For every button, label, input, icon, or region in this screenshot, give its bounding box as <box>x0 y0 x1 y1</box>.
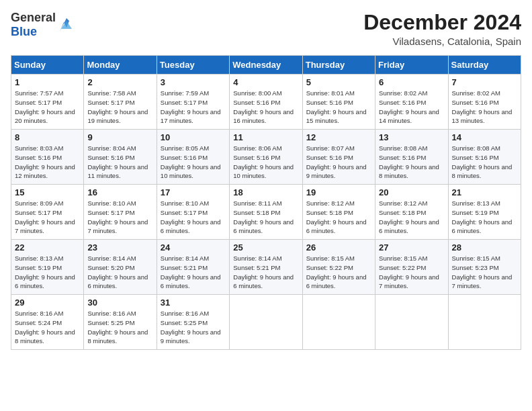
calendar-cell: 17 Sunrise: 8:10 AM Sunset: 5:17 PM Dayl… <box>157 185 229 240</box>
location-title: Viladasens, Catalonia, Spain <box>363 36 521 47</box>
day-info: Sunrise: 8:05 AM Sunset: 5:16 PM Dayligh… <box>161 144 226 181</box>
header-row: Sunday Monday Tuesday Wednesday Thursday… <box>11 56 521 75</box>
day-info: Sunrise: 8:15 AM Sunset: 5:22 PM Dayligh… <box>306 254 371 291</box>
day-number: 7 <box>452 77 517 87</box>
day-number: 11 <box>233 132 298 142</box>
calendar-cell: 12 Sunrise: 8:07 AM Sunset: 5:16 PM Dayl… <box>302 130 375 185</box>
day-number: 28 <box>452 242 517 253</box>
logo-icon <box>57 15 76 34</box>
day-number: 25 <box>233 242 298 253</box>
calendar-cell: 4 Sunrise: 8:00 AM Sunset: 5:16 PM Dayli… <box>230 75 302 130</box>
day-info: Sunrise: 8:12 AM Sunset: 5:18 PM Dayligh… <box>306 199 371 236</box>
calendar-cell: 20 Sunrise: 8:12 AM Sunset: 5:18 PM Dayl… <box>375 185 448 240</box>
col-saturday: Saturday <box>448 56 521 75</box>
calendar-cell: 6 Sunrise: 8:02 AM Sunset: 5:16 PM Dayli… <box>375 75 448 130</box>
day-info: Sunrise: 7:58 AM Sunset: 5:17 PM Dayligh… <box>87 89 152 126</box>
day-info: Sunrise: 8:08 AM Sunset: 5:16 PM Dayligh… <box>379 144 444 181</box>
day-number: 14 <box>452 132 517 142</box>
page-container: General Blue December 2024 Viladasens, C… <box>0 0 532 357</box>
day-info: Sunrise: 8:12 AM Sunset: 5:18 PM Dayligh… <box>379 199 444 236</box>
day-number: 2 <box>87 77 152 87</box>
day-info: Sunrise: 8:14 AM Sunset: 5:20 PM Dayligh… <box>87 254 152 291</box>
calendar-cell: 13 Sunrise: 8:08 AM Sunset: 5:16 PM Dayl… <box>375 130 448 185</box>
day-number: 12 <box>306 132 371 142</box>
day-info: Sunrise: 8:04 AM Sunset: 5:16 PM Dayligh… <box>87 144 152 181</box>
day-info: Sunrise: 8:03 AM Sunset: 5:16 PM Dayligh… <box>15 144 80 181</box>
calendar-cell: 27 Sunrise: 8:15 AM Sunset: 5:22 PM Dayl… <box>375 240 448 295</box>
day-number: 4 <box>233 77 298 87</box>
day-info: Sunrise: 8:00 AM Sunset: 5:16 PM Dayligh… <box>233 89 298 126</box>
day-info: Sunrise: 8:15 AM Sunset: 5:22 PM Dayligh… <box>379 254 444 291</box>
calendar-cell: 5 Sunrise: 8:01 AM Sunset: 5:16 PM Dayli… <box>302 75 375 130</box>
calendar-cell <box>230 295 302 350</box>
calendar-cell: 15 Sunrise: 8:09 AM Sunset: 5:17 PM Dayl… <box>11 185 84 240</box>
day-number: 21 <box>452 187 517 197</box>
calendar-cell: 24 Sunrise: 8:14 AM Sunset: 5:21 PM Dayl… <box>157 240 229 295</box>
day-number: 1 <box>15 77 80 87</box>
calendar-cell <box>302 295 375 350</box>
day-number: 17 <box>161 187 226 197</box>
day-number: 16 <box>87 187 152 197</box>
day-number: 20 <box>379 187 444 197</box>
day-number: 8 <box>15 132 80 142</box>
col-friday: Friday <box>375 56 448 75</box>
logo: General Blue <box>11 11 76 39</box>
calendar-cell: 25 Sunrise: 8:14 AM Sunset: 5:21 PM Dayl… <box>230 240 302 295</box>
calendar-cell <box>448 295 521 350</box>
day-info: Sunrise: 8:13 AM Sunset: 5:19 PM Dayligh… <box>452 199 517 236</box>
calendar-cell <box>375 295 448 350</box>
calendar-cell: 10 Sunrise: 8:05 AM Sunset: 5:16 PM Dayl… <box>157 130 229 185</box>
day-info: Sunrise: 7:59 AM Sunset: 5:17 PM Dayligh… <box>161 89 226 126</box>
day-info: Sunrise: 8:16 AM Sunset: 5:24 PM Dayligh… <box>15 309 80 346</box>
day-info: Sunrise: 8:11 AM Sunset: 5:18 PM Dayligh… <box>233 199 298 236</box>
calendar-cell: 19 Sunrise: 8:12 AM Sunset: 5:18 PM Dayl… <box>302 185 375 240</box>
calendar-header: Sunday Monday Tuesday Wednesday Thursday… <box>11 56 521 75</box>
calendar-cell: 30 Sunrise: 8:16 AM Sunset: 5:25 PM Dayl… <box>84 295 157 350</box>
day-info: Sunrise: 8:10 AM Sunset: 5:17 PM Dayligh… <box>161 199 226 236</box>
day-info: Sunrise: 8:10 AM Sunset: 5:17 PM Dayligh… <box>87 199 152 236</box>
calendar-cell: 18 Sunrise: 8:11 AM Sunset: 5:18 PM Dayl… <box>230 185 302 240</box>
day-number: 5 <box>306 77 371 87</box>
calendar-cell: 31 Sunrise: 8:16 AM Sunset: 5:25 PM Dayl… <box>157 295 229 350</box>
calendar-cell: 29 Sunrise: 8:16 AM Sunset: 5:24 PM Dayl… <box>11 295 84 350</box>
calendar-cell: 14 Sunrise: 8:08 AM Sunset: 5:16 PM Dayl… <box>448 130 521 185</box>
calendar-cell: 22 Sunrise: 8:13 AM Sunset: 5:19 PM Dayl… <box>11 240 84 295</box>
day-info: Sunrise: 8:15 AM Sunset: 5:23 PM Dayligh… <box>452 254 517 291</box>
day-info: Sunrise: 8:13 AM Sunset: 5:19 PM Dayligh… <box>15 254 80 291</box>
calendar-cell: 21 Sunrise: 8:13 AM Sunset: 5:19 PM Dayl… <box>448 185 521 240</box>
title-block: December 2024 Viladasens, Catalonia, Spa… <box>363 11 521 47</box>
calendar-cell: 26 Sunrise: 8:15 AM Sunset: 5:22 PM Dayl… <box>302 240 375 295</box>
day-number: 26 <box>306 242 371 253</box>
day-info: Sunrise: 8:06 AM Sunset: 5:16 PM Dayligh… <box>233 144 298 181</box>
day-number: 30 <box>87 298 152 308</box>
day-number: 15 <box>15 187 80 197</box>
day-info: Sunrise: 8:02 AM Sunset: 5:16 PM Dayligh… <box>379 89 444 126</box>
day-number: 24 <box>161 242 226 253</box>
day-number: 27 <box>379 242 444 253</box>
calendar-cell: 7 Sunrise: 8:02 AM Sunset: 5:16 PM Dayli… <box>448 75 521 130</box>
day-number: 3 <box>161 77 226 87</box>
day-number: 29 <box>15 298 80 308</box>
calendar-table: Sunday Monday Tuesday Wednesday Thursday… <box>11 55 521 350</box>
day-number: 6 <box>379 77 444 87</box>
day-info: Sunrise: 8:16 AM Sunset: 5:25 PM Dayligh… <box>161 309 226 346</box>
day-info: Sunrise: 8:09 AM Sunset: 5:17 PM Dayligh… <box>15 199 80 236</box>
day-info: Sunrise: 8:16 AM Sunset: 5:25 PM Dayligh… <box>87 309 152 346</box>
day-number: 9 <box>87 132 152 142</box>
day-info: Sunrise: 7:57 AM Sunset: 5:17 PM Dayligh… <box>15 89 80 126</box>
day-number: 22 <box>15 242 80 253</box>
day-number: 23 <box>87 242 152 253</box>
calendar-cell: 1 Sunrise: 7:57 AM Sunset: 5:17 PM Dayli… <box>11 75 84 130</box>
day-info: Sunrise: 8:02 AM Sunset: 5:16 PM Dayligh… <box>452 89 517 126</box>
day-number: 31 <box>161 298 226 308</box>
day-info: Sunrise: 8:08 AM Sunset: 5:16 PM Dayligh… <box>452 144 517 181</box>
day-number: 19 <box>306 187 371 197</box>
day-info: Sunrise: 8:14 AM Sunset: 5:21 PM Dayligh… <box>233 254 298 291</box>
col-tuesday: Tuesday <box>157 56 229 75</box>
day-info: Sunrise: 8:01 AM Sunset: 5:16 PM Dayligh… <box>306 89 371 126</box>
calendar-cell: 3 Sunrise: 7:59 AM Sunset: 5:17 PM Dayli… <box>157 75 229 130</box>
calendar-cell: 2 Sunrise: 7:58 AM Sunset: 5:17 PM Dayli… <box>84 75 157 130</box>
day-number: 18 <box>233 187 298 197</box>
page-header: General Blue December 2024 Viladasens, C… <box>11 11 521 47</box>
calendar-body: 1 Sunrise: 7:57 AM Sunset: 5:17 PM Dayli… <box>11 75 521 350</box>
